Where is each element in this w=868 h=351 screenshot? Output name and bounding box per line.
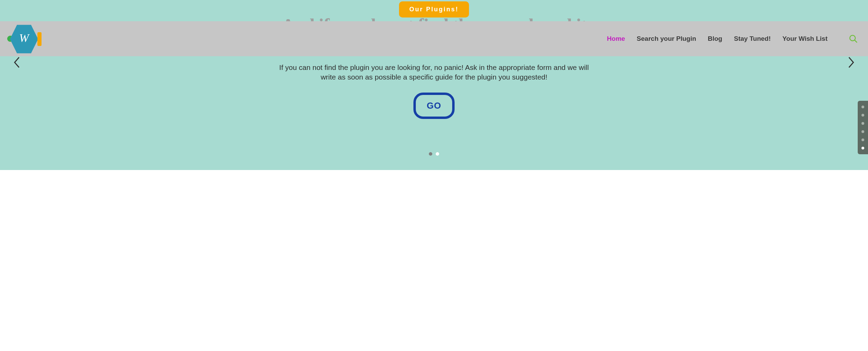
hero-subtitle: If you can not find the plugin you are l… [273,63,595,82]
svg-point-0 [850,35,855,41]
nav-search-plugin[interactable]: Search your Plugin [637,35,696,43]
slider-dot-1[interactable] [436,152,439,156]
svg-line-1 [855,40,857,43]
section-dot-5[interactable] [861,147,864,149]
primary-nav: Home Search your Plugin Blog Stay Tuned!… [607,34,858,43]
our-plugins-button[interactable]: Our Plugins! [399,1,469,17]
go-button[interactable]: GO [413,93,455,119]
logo[interactable]: W [0,21,48,56]
slider-next-button[interactable] [843,56,858,71]
section-dot-0[interactable] [861,106,864,108]
search-icon[interactable] [849,34,858,43]
slider-dots [429,152,439,156]
slider-dot-0[interactable] [429,152,432,156]
chevron-right-icon [847,57,855,70]
slider-prev-button[interactable] [10,56,25,71]
logo-letter: W [9,32,39,45]
nav-wish-list[interactable]: Your Wish List [783,35,828,43]
section-dot-4[interactable] [861,138,864,141]
section-nav [858,101,868,154]
section-dot-2[interactable] [861,122,864,125]
chevron-left-icon [13,57,21,70]
section-dot-1[interactable] [861,114,864,117]
nav-blog[interactable]: Blog [708,35,722,43]
section-dot-3[interactable] [861,130,864,133]
nav-stay-tuned[interactable]: Stay Tuned! [734,35,771,43]
nav-home[interactable]: Home [607,35,625,43]
site-header: W Home Search your Plugin Blog Stay Tune… [0,21,868,56]
